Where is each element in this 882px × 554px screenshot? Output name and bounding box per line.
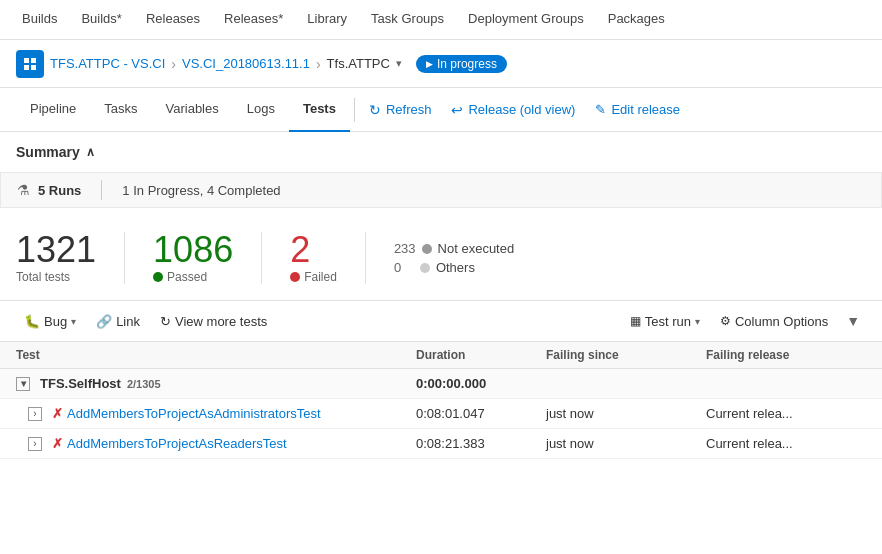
refresh-icon: ↻ — [369, 102, 381, 118]
total-tests-block: 1321 Total tests — [16, 232, 125, 284]
item1-name-cell: › ✗ AddMembersToProjectAsAdministratorsT… — [28, 406, 416, 421]
runs-count: 5 Runs — [38, 183, 81, 198]
nav-task-groups[interactable]: Task Groups — [361, 0, 454, 40]
total-count: 1321 — [16, 232, 96, 268]
item1-fail-icon: ✗ — [52, 406, 63, 421]
item1-failing-since: just now — [546, 406, 706, 421]
bug-icon: 🐛 — [24, 314, 40, 329]
bug-chevron-icon: ▾ — [71, 316, 76, 327]
test-run-chevron-icon: ▾ — [695, 316, 700, 327]
edit-release-action[interactable]: ✎ Edit release — [585, 88, 690, 132]
stats-sep — [101, 180, 102, 200]
others-dot — [420, 263, 430, 273]
tab-variables[interactable]: Variables — [152, 88, 233, 132]
flask-icon: ⚗ — [17, 182, 30, 198]
extra-stats-block: 233 Not executed 0 Others — [394, 241, 514, 275]
test-run-button[interactable]: ▦ Test run ▾ — [622, 310, 708, 333]
col-test: Test — [16, 348, 416, 362]
breadcrumb-bar: TFS.ATTPC - VS.CI › VS.CI_20180613.11.1 … — [0, 40, 882, 88]
table-row: › ✗ AddMembersToProjectAsAdministratorsT… — [0, 399, 882, 429]
group-name-cell: ▾ TFS.SelfHost 2/1305 — [16, 376, 416, 391]
not-executed-row: 233 Not executed — [394, 241, 514, 256]
passed-dot — [153, 272, 163, 282]
link-icon: 🔗 — [96, 314, 112, 329]
failed-label: Failed — [290, 270, 337, 284]
test-run-icon: ▦ — [630, 314, 641, 328]
numbers-section: 1321 Total tests 1086 Passed 2 Failed 23… — [0, 208, 882, 300]
column-options-icon: ⚙ — [720, 314, 731, 328]
tab-logs[interactable]: Logs — [233, 88, 289, 132]
col-failing-release: Failing release — [706, 348, 866, 362]
table-header: Test Duration Failing since Failing rele… — [0, 342, 882, 369]
others-row: 0 Others — [394, 260, 514, 275]
not-executed-label: Not executed — [438, 241, 515, 256]
item2-expand-icon[interactable]: › — [28, 437, 42, 451]
group-name: TFS.SelfHost — [40, 376, 121, 391]
nav-releases-star[interactable]: Releases* — [214, 0, 293, 40]
svg-rect-1 — [31, 58, 36, 63]
breadcrumb-project: Tfs.ATTPC — [327, 56, 390, 71]
breadcrumb-sep-2: › — [316, 56, 321, 72]
link-button[interactable]: 🔗 Link — [88, 310, 148, 333]
others-label: Others — [436, 260, 475, 275]
nav-library[interactable]: Library — [297, 0, 357, 40]
view-more-button[interactable]: ↻ View more tests — [152, 310, 275, 333]
tab-tasks[interactable]: Tasks — [90, 88, 151, 132]
group-duration: 0:00:00.000 — [416, 376, 546, 391]
summary-section: Summary ∧ — [0, 132, 882, 164]
failed-count: 2 — [290, 232, 310, 268]
edit-icon: ✎ — [595, 102, 606, 117]
nav-builds[interactable]: Builds — [12, 0, 67, 40]
item2-fail-icon: ✗ — [52, 436, 63, 451]
item1-failing-release: Current relea... — [706, 406, 866, 421]
failed-dot — [290, 272, 300, 282]
svg-rect-3 — [31, 65, 36, 70]
old-view-action[interactable]: ↩ Release (old view) — [441, 88, 585, 132]
summary-chevron-icon: ∧ — [86, 145, 95, 159]
nav-builds-star[interactable]: Builds* — [71, 0, 131, 40]
col-duration: Duration — [416, 348, 546, 362]
table-container: Test Duration Failing since Failing rele… — [0, 342, 882, 459]
nav-releases[interactable]: Releases — [136, 0, 210, 40]
tab-pipeline[interactable]: Pipeline — [16, 88, 90, 132]
refresh-action[interactable]: ↻ Refresh — [359, 88, 442, 132]
breadcrumb-org[interactable]: TFS.ATTPC - VS.CI — [50, 56, 165, 71]
tab-tests[interactable]: Tests — [289, 88, 350, 132]
passed-label: Passed — [153, 270, 207, 284]
nav-deployment-groups[interactable]: Deployment Groups — [458, 0, 594, 40]
passed-count: 1086 — [153, 232, 233, 268]
col-failing-since: Failing since — [546, 348, 706, 362]
runs-detail: 1 In Progress, 4 Completed — [122, 183, 280, 198]
old-view-icon: ↩ — [451, 102, 463, 118]
passed-block: 1086 Passed — [153, 232, 262, 284]
summary-title: Summary — [16, 144, 80, 160]
column-options-button[interactable]: ⚙ Column Options — [712, 310, 836, 333]
filter-icon[interactable]: ▼ — [840, 309, 866, 333]
top-nav: Builds Builds* Releases Releases* Librar… — [0, 0, 882, 40]
sub-nav-divider — [354, 98, 355, 122]
item1-name[interactable]: AddMembersToProjectAsAdministratorsTest — [67, 406, 321, 421]
others-count: 0 — [394, 260, 414, 275]
bug-button[interactable]: 🐛 Bug ▾ — [16, 310, 84, 333]
breadcrumb-chevron-icon[interactable]: ▾ — [396, 57, 402, 70]
not-executed-dot — [422, 244, 432, 254]
breadcrumb-build[interactable]: VS.CI_20180613.11.1 — [182, 56, 310, 71]
item2-duration: 0:08:21.383 — [416, 436, 546, 451]
table-row: › ✗ AddMembersToProjectAsReadersTest 0:0… — [0, 429, 882, 459]
group-count: 2/1305 — [127, 378, 161, 390]
nav-packages[interactable]: Packages — [598, 0, 675, 40]
not-executed-count: 233 — [394, 241, 416, 256]
item1-expand-icon[interactable]: › — [28, 407, 42, 421]
table-row: ▾ TFS.SelfHost 2/1305 0:00:00.000 — [0, 369, 882, 399]
stats-bar: ⚗ 5 Runs 1 In Progress, 4 Completed — [0, 172, 882, 208]
item2-name[interactable]: AddMembersToProjectAsReadersTest — [67, 436, 287, 451]
svg-rect-2 — [24, 65, 29, 70]
total-label: Total tests — [16, 270, 70, 284]
status-badge: In progress — [416, 55, 507, 73]
item2-failing-since: just now — [546, 436, 706, 451]
breadcrumb-sep-1: › — [171, 56, 176, 72]
group-collapse-icon[interactable]: ▾ — [16, 377, 30, 391]
toolbar: 🐛 Bug ▾ 🔗 Link ↻ View more tests ▦ Test … — [0, 300, 882, 342]
summary-header[interactable]: Summary ∧ — [16, 144, 866, 160]
item1-duration: 0:08:01.047 — [416, 406, 546, 421]
